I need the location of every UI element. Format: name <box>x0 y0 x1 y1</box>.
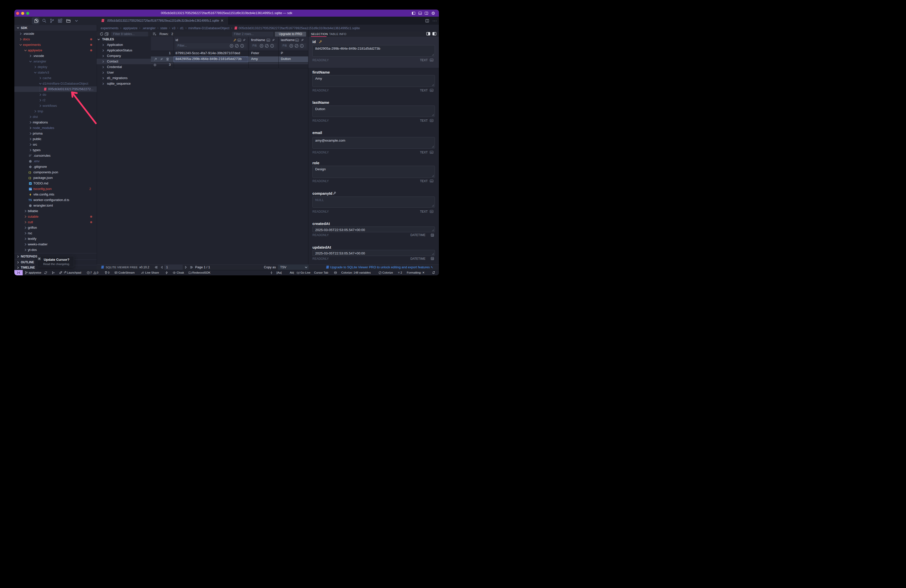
svg-text:abc: abc <box>430 211 433 212</box>
svg-text:abc: abc <box>430 120 433 121</box>
svg-text:abc: abc <box>296 40 298 41</box>
svg-text:TS: TS <box>29 188 32 190</box>
svg-text:abc: abc <box>267 40 270 41</box>
svg-text:abc: abc <box>430 90 433 91</box>
svg-text:abc: abc <box>430 151 433 153</box>
svg-text:abc: abc <box>430 180 433 182</box>
svg-text:abc: abc <box>430 59 433 61</box>
svg-text:abc: abc <box>238 40 241 41</box>
